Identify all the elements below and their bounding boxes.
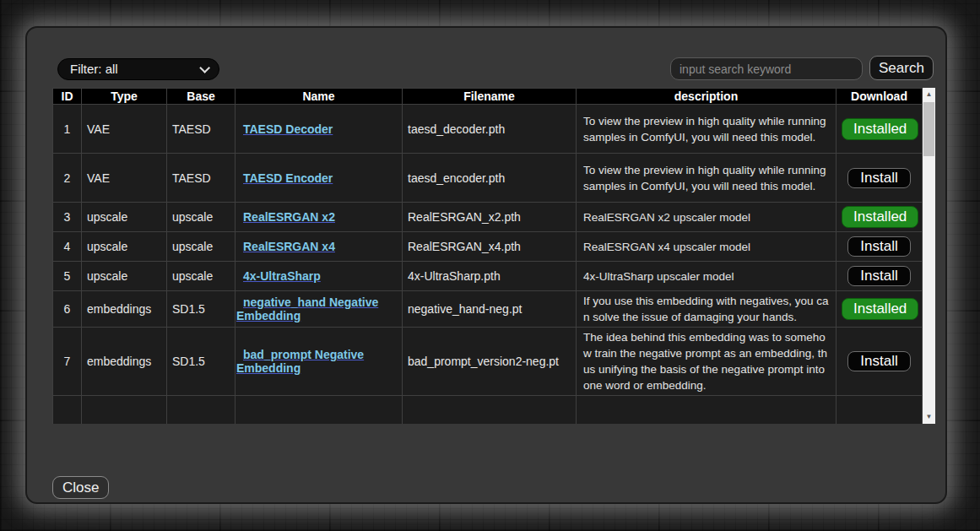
- model-name-link[interactable]: TAESD Decoder: [243, 122, 333, 136]
- table-row: 4 upscale upscale RealESRGAN x4 RealESRG…: [53, 232, 923, 262]
- cell-base: [167, 396, 236, 425]
- table-row: 5 upscale upscale 4x-UltraSharp 4x-Ultra…: [53, 262, 923, 291]
- cell-description: These embedding learn what disgusting co…: [577, 396, 837, 425]
- column-header: Name: [236, 89, 403, 105]
- cell-filename: RealESRGAN_x2.pth: [403, 203, 577, 232]
- cell-name: TAESD Decoder: [236, 105, 403, 154]
- cell-id: 1: [53, 105, 82, 154]
- cell-description: To view the preview in high quality whil…: [577, 105, 837, 154]
- table-body: 1 VAE TAESD TAESD Decoder taesd_decoder.…: [53, 105, 923, 425]
- column-header: description: [577, 89, 837, 105]
- install-button[interactable]: Install: [847, 236, 910, 257]
- cell-download: Installed: [837, 105, 923, 154]
- cell-filename: taesd_encoder.pth: [403, 154, 577, 203]
- column-header: Download: [837, 89, 923, 105]
- table-row: 6 embeddings SD1.5 negative_hand Negativ…: [53, 291, 923, 328]
- column-header: Base: [167, 89, 236, 105]
- column-header: Type: [82, 89, 167, 105]
- cell-download: Install: [837, 262, 923, 291]
- search-button[interactable]: Search: [869, 56, 934, 80]
- install-button[interactable]: Installed: [842, 118, 918, 140]
- cell-filename: taesd_decoder.pth: [403, 105, 577, 154]
- table-row: These embedding learn what disgusting co…: [53, 396, 923, 425]
- install-button[interactable]: Installed: [842, 298, 918, 320]
- cell-base: SD1.5: [167, 291, 236, 328]
- cell-description: 4x-UltraSharp upscaler model: [577, 262, 837, 291]
- cell-description: The idea behind this embedding was to so…: [577, 328, 837, 396]
- table-scrollbar[interactable]: ▲ ▼: [923, 88, 935, 424]
- cell-name: negative_hand Negative Embedding: [236, 291, 403, 328]
- cell-type: upscale: [82, 203, 167, 232]
- cell-description: If you use this embedding with negatives…: [577, 291, 837, 328]
- scrollbar-thumb[interactable]: [923, 102, 934, 156]
- scrollbar-down-arrow-icon[interactable]: ▼: [923, 410, 935, 424]
- cell-name: TAESD Encoder: [236, 154, 403, 203]
- cell-id: 6: [53, 291, 82, 328]
- cell-download: [837, 396, 923, 425]
- cell-download: Install: [837, 328, 923, 396]
- search-input[interactable]: [670, 57, 863, 80]
- close-button[interactable]: Close: [52, 476, 109, 499]
- model-table-clip: IDTypeBaseNameFilenamedescriptionDownloa…: [52, 88, 923, 424]
- table-row: 1 VAE TAESD TAESD Decoder taesd_decoder.…: [53, 105, 923, 154]
- model-name-link[interactable]: 4x-UltraSharp: [243, 269, 321, 283]
- cell-base: upscale: [167, 232, 236, 262]
- cell-filename: 4x-UltraSharp.pth: [403, 262, 577, 291]
- cell-type: [82, 396, 167, 425]
- chevron-down-icon: [199, 62, 210, 73]
- cell-id: 5: [53, 262, 82, 291]
- filter-select[interactable]: Filter: all: [57, 58, 219, 80]
- cell-name: bad_prompt Negative Embedding: [236, 328, 403, 396]
- cell-id: 3: [53, 203, 82, 232]
- cell-base: SD1.5: [167, 328, 236, 396]
- cell-base: upscale: [167, 262, 236, 291]
- column-header: Filename: [403, 89, 577, 105]
- install-button[interactable]: Install: [847, 168, 910, 188]
- cell-description: RealESRGAN x2 upscaler model: [577, 203, 837, 232]
- cell-type: upscale: [82, 262, 167, 291]
- cell-base: upscale: [167, 203, 236, 232]
- model-table-area: IDTypeBaseNameFilenamedescriptionDownloa…: [52, 88, 935, 424]
- cell-download: Install: [837, 154, 923, 203]
- install-button[interactable]: Install: [847, 266, 910, 286]
- cell-filename: bad_prompt_version2-neg.pt: [403, 328, 577, 396]
- cell-type: upscale: [82, 232, 167, 262]
- model-name-link[interactable]: bad_prompt Negative Embedding: [236, 348, 364, 375]
- model-name-link[interactable]: negative_hand Negative Embedding: [236, 295, 378, 322]
- cell-id: [53, 396, 82, 425]
- filter-select-label: Filter: all: [70, 59, 118, 79]
- cell-download: Install: [837, 232, 923, 262]
- cell-id: 7: [53, 328, 82, 396]
- cell-name: RealESRGAN x2: [236, 203, 403, 232]
- cell-download: Installed: [837, 291, 923, 328]
- install-button[interactable]: Installed: [842, 206, 918, 228]
- model-manager-dialog: Filter: all Search IDTypeBaseNameFilenam…: [25, 26, 947, 504]
- cell-name: [236, 396, 403, 425]
- cell-description: To view the preview in high quality whil…: [577, 154, 837, 203]
- cell-type: embeddings: [82, 291, 167, 328]
- cell-type: VAE: [82, 154, 167, 203]
- scrollbar-up-arrow-icon[interactable]: ▲: [923, 88, 935, 101]
- model-name-link[interactable]: RealESRGAN x4: [243, 240, 335, 253]
- table-row: 7 embeddings SD1.5 bad_prompt Negative E…: [53, 328, 923, 396]
- model-table: IDTypeBaseNameFilenamedescriptionDownloa…: [52, 88, 923, 424]
- table-row: 3 upscale upscale RealESRGAN x2 RealESRG…: [53, 203, 923, 232]
- table-row: 2 VAE TAESD TAESD Encoder taesd_encoder.…: [53, 154, 923, 203]
- cell-type: VAE: [82, 105, 167, 154]
- cell-base: TAESD: [167, 154, 236, 203]
- cell-name: RealESRGAN x4: [236, 232, 403, 262]
- cell-filename: RealESRGAN_x4.pth: [403, 232, 577, 262]
- table-header-row: IDTypeBaseNameFilenamedescriptionDownloa…: [53, 89, 923, 105]
- column-header: ID: [53, 89, 82, 105]
- cell-description: RealESRGAN x4 upscaler model: [577, 232, 837, 262]
- install-button[interactable]: Install: [847, 351, 910, 371]
- cell-filename: [403, 396, 577, 425]
- model-name-link[interactable]: RealESRGAN x2: [243, 210, 335, 224]
- cell-id: 4: [53, 232, 82, 262]
- cell-name: 4x-UltraSharp: [236, 262, 403, 291]
- model-name-link[interactable]: TAESD Encoder: [243, 171, 333, 185]
- cell-download: Installed: [837, 203, 923, 232]
- cell-id: 2: [53, 154, 82, 203]
- cell-base: TAESD: [167, 105, 236, 154]
- cell-type: embeddings: [82, 328, 167, 396]
